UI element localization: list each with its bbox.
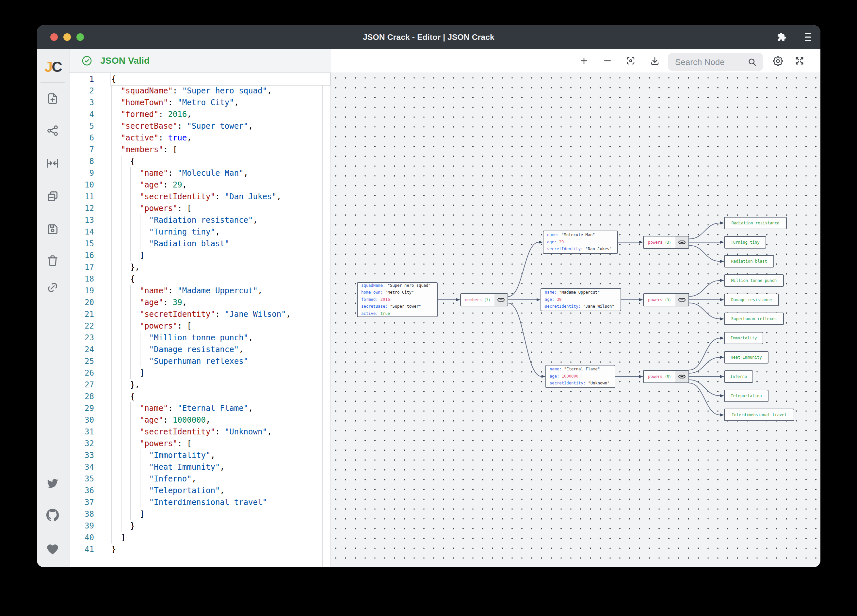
node-text: Heat Immunity [731,355,762,360]
expand-collapse-link-icon[interactable] [675,294,688,306]
line-number: 13 [70,214,94,226]
code-line: "name": "Molecule Man", [111,167,248,179]
line-number: 37 [70,497,94,508]
close-button[interactable] [50,33,58,41]
line-number: 16 [70,249,94,261]
graph-canvas[interactable]: squadName: "Super hero squad"homeTown: "… [331,73,820,567]
node-row: secretIdentity: "Dan Jukes" [547,246,617,252]
graph-node-leaf-heat-immunity[interactable]: Heat Immunity [724,351,769,364]
line-number: 23 [70,332,94,344]
graph-edge-arrowhead [720,413,724,416]
download-button[interactable] [650,56,660,66]
graph-edge-arrowhead [541,375,545,378]
graph-edge-arrowhead [639,298,643,301]
graph-edge-arrowhead [639,241,643,244]
graph-node-leaf-superhuman-reflexes[interactable]: Superhuman reflexes [724,313,784,325]
settings-gear-icon[interactable] [772,55,784,67]
menu-icon[interactable] [805,33,811,43]
graph-edge [689,303,720,319]
node-row: homeTown: "Metro City" [361,289,437,296]
graph-node-leaf-interdimensional-travel[interactable]: Interdimensional travel [724,409,794,421]
graph-edge-arrowhead [720,241,724,244]
node-row: name: "Eternal Flame" [550,366,615,373]
twitter-icon[interactable] [46,477,59,490]
line-number: 18 [70,273,94,285]
code-line: "powers": [ [111,438,192,449]
graph-node-leaf-inferno[interactable]: Inferno [724,370,753,383]
line-number: 15 [70,238,94,249]
line-number: 38 [70,508,94,520]
code-line: "Turning tiny", [111,226,220,238]
node-row: active: true [361,310,437,317]
graph-node-powers-3[interactable]: powers (5) [643,370,689,383]
github-icon[interactable] [46,509,59,522]
line-number: 5 [70,120,94,132]
graph-node-members[interactable]: members (3) [460,293,508,306]
sponsor-heart-icon[interactable] [46,543,59,556]
code-line: "homeTown": "Metro City", [111,97,239,108]
node-row: age: 29 [547,239,617,246]
puzzle-icon[interactable] [777,33,786,43]
graph-node-member-1[interactable]: name: "Molecule Man"age: 29secretIdentit… [543,231,618,254]
code-editor[interactable]: 1{2 "squadName": "Super hero squad",3 "h… [70,73,322,567]
node-text: Damage resistance [731,297,772,302]
node-row: name: "Madame Uppercut" [545,289,620,296]
fit-width-icon[interactable] [46,157,59,170]
graph-node-member-2[interactable]: name: "Madame Uppercut"age: 39secretIden… [540,288,621,311]
code-line: "powers": [ [111,203,192,214]
graph-toolbar [331,49,820,73]
line-number: 11 [70,191,94,203]
expand-collapse-link-icon[interactable] [675,371,688,382]
graph-node-leaf-radiation-resistance[interactable]: Radiation resistance [724,217,787,229]
line-number: 2 [70,85,94,97]
code-line: "secretIdentity": "Dan Jukes", [111,191,281,203]
delete-icon[interactable] [46,254,59,267]
search-icon[interactable] [747,57,757,68]
zoom-out-button[interactable] [603,56,613,66]
link-icon[interactable] [46,281,59,294]
graph-edge-arrowhead [720,375,724,378]
search-node-input[interactable] [674,53,744,71]
valid-check-icon [81,55,93,68]
line-number: 1 [70,73,94,85]
graph-edge [508,303,541,376]
app-window: JSON Crack - Editor | JSON Crack JC [37,25,820,567]
code-line: "Radiation blast" [111,238,229,249]
graph-node-root[interactable]: squadName: "Super hero squad"homeTown: "… [357,282,438,317]
focus-button[interactable] [626,56,636,66]
traffic-lights [50,33,84,41]
line-number: 10 [70,179,94,191]
code-line: { [111,73,116,85]
graph-node-leaf-damage-resistance[interactable]: Damage resistance [724,294,779,306]
graph-edge-arrowhead [720,394,724,397]
code-line: "formed": 2016, [111,108,192,120]
zoom-button[interactable] [76,33,84,41]
graph-node-powers-2[interactable]: powers (3) [643,293,689,306]
new-file-icon[interactable] [46,92,59,105]
graph-node-member-3[interactable]: name: "Eternal Flame"age: 1000000secretI… [545,365,615,388]
code-line: "Inferno", [111,473,196,485]
line-number: 31 [70,426,94,438]
graph-node-leaf-turning-tiny[interactable]: Turning tiny [724,236,766,249]
graph-node-leaf-radiation-blast[interactable]: Radiation blast [724,255,774,268]
line-number: 20 [70,297,94,308]
minimize-button[interactable] [63,33,71,41]
copy-icon[interactable] [46,190,59,203]
node-text: Superhuman reflexes [731,316,777,321]
graph-node-leaf-immortality[interactable]: Immortality [724,332,763,344]
node-text: Immortality [731,336,757,341]
fullscreen-icon[interactable] [795,56,804,66]
jsoncrack-logo[interactable]: JC [37,59,69,76]
pane-divider[interactable] [322,49,331,567]
save-icon[interactable] [46,223,59,236]
code-line: "Interdimensional travel" [111,497,267,508]
graph-node-leaf-million-tonne-punch[interactable]: Million tonne punch [724,274,784,287]
share-icon[interactable] [46,124,59,137]
graph-node-leaf-teleportation[interactable]: Teleportation [724,390,769,402]
expand-collapse-link-icon[interactable] [495,294,507,306]
graph-node-powers-1[interactable]: powers (3) [643,236,689,249]
zoom-in-button[interactable] [579,56,589,66]
expand-collapse-link-icon[interactable] [675,237,688,248]
node-text: Teleportation [731,393,762,398]
node-row: age: 1000000 [550,373,615,380]
